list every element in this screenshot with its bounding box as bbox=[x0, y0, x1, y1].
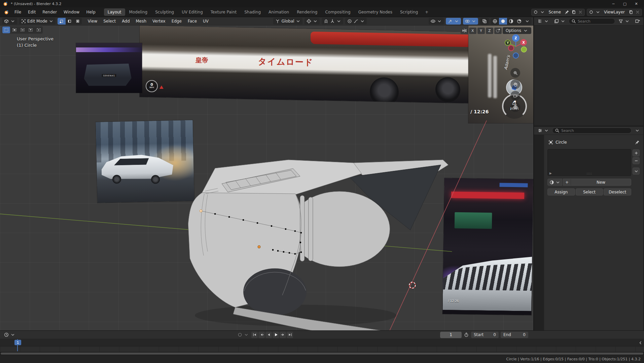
workspace-tab-rendering[interactable]: Rendering bbox=[293, 8, 321, 16]
navigation-gizmo[interactable]: Z X Y bbox=[503, 34, 528, 60]
timeline-scrollbar[interactable] bbox=[0, 352, 644, 355]
gizmo-z-axis[interactable]: Z bbox=[512, 34, 520, 42]
end-frame-field[interactable]: End0 bbox=[501, 332, 528, 338]
workspace-tab-animation[interactable]: Animation bbox=[265, 8, 293, 16]
assign-button[interactable]: Assign bbox=[547, 188, 575, 195]
stopwatch-icon[interactable] bbox=[464, 332, 469, 337]
gizmos-toggle[interactable] bbox=[446, 18, 461, 25]
viewport-menu-uv[interactable]: UV bbox=[200, 18, 211, 25]
outliner-options-button[interactable] bbox=[633, 18, 642, 25]
material-shading-button[interactable] bbox=[507, 18, 515, 25]
workspace-tab-scripting[interactable]: Scripting bbox=[396, 8, 422, 16]
viewport-menu-vertex[interactable]: Vertex bbox=[150, 18, 168, 25]
visibility-dropdown[interactable] bbox=[429, 18, 444, 25]
properties-search-input[interactable] bbox=[561, 129, 629, 133]
deselect-button[interactable]: Deselect bbox=[604, 188, 631, 195]
outliner-search[interactable] bbox=[569, 18, 615, 24]
duplicate-icon[interactable] bbox=[628, 9, 634, 15]
menu-edit[interactable]: Edit bbox=[25, 9, 39, 15]
pivot-dropdown[interactable] bbox=[305, 18, 320, 25]
timeline-editor-type-button[interactable] bbox=[2, 331, 17, 338]
current-frame-badge[interactable]: 1 bbox=[14, 340, 21, 345]
add-slot-button[interactable] bbox=[633, 149, 640, 156]
prev-keyframe-button[interactable] bbox=[258, 332, 265, 338]
workspace-tab-uv-editing[interactable]: UV Editing bbox=[178, 8, 207, 16]
outliner-search-input[interactable] bbox=[578, 19, 613, 24]
vertex-select-button[interactable] bbox=[58, 18, 66, 25]
gizmo-x-axis[interactable]: X bbox=[520, 39, 527, 46]
start-frame-field[interactable]: Start0 bbox=[471, 332, 499, 338]
menu-file[interactable]: File bbox=[11, 9, 24, 15]
mirror-x-button[interactable]: X bbox=[469, 28, 476, 34]
outliner-editor-type-button[interactable] bbox=[536, 18, 551, 25]
wireframe-shading-button[interactable] bbox=[491, 18, 499, 25]
remove-icon[interactable] bbox=[635, 9, 640, 15]
viewport-menu-view[interactable]: View bbox=[85, 18, 100, 25]
menu-render[interactable]: Render bbox=[39, 9, 60, 15]
viewport-menu-select[interactable]: Select bbox=[101, 18, 118, 25]
remove-slot-button[interactable] bbox=[633, 157, 640, 164]
pin-icon[interactable] bbox=[564, 9, 570, 15]
pin-icon[interactable] bbox=[635, 140, 640, 145]
proportional-edit-toggle[interactable] bbox=[345, 18, 367, 25]
workspace-tab-layout[interactable]: Layout bbox=[104, 8, 125, 16]
select-invert-button[interactable] bbox=[27, 27, 34, 33]
jump-to-start-button[interactable] bbox=[251, 332, 258, 338]
pan-hand-button[interactable] bbox=[510, 79, 520, 89]
current-frame-field[interactable]: 1 bbox=[440, 332, 462, 338]
editor-type-button[interactable] bbox=[2, 18, 17, 25]
mirror-y-button[interactable]: Y bbox=[477, 28, 485, 34]
viewport-menu-add[interactable]: Add bbox=[119, 18, 132, 25]
outliner-display-mode[interactable] bbox=[552, 18, 567, 25]
expand-icon[interactable]: ▶ bbox=[549, 172, 552, 175]
mirror-icon[interactable] bbox=[461, 28, 468, 34]
resize-grip[interactable]: :::: bbox=[586, 172, 592, 175]
edge-select-button[interactable] bbox=[66, 18, 74, 25]
solid-shading-button[interactable] bbox=[499, 18, 507, 25]
workspace-tab-sculpting[interactable]: Sculpting bbox=[151, 8, 178, 16]
select-subtract-button[interactable] bbox=[19, 27, 26, 33]
viewport-3d[interactable]: 皇帝 タイムロード SERENAS Adam's 4 bbox=[0, 26, 533, 330]
viewlayer-selector[interactable]: ViewLayer bbox=[587, 9, 642, 16]
snap-dashed-icon[interactable] bbox=[494, 28, 502, 34]
timeline-ruler[interactable] bbox=[0, 339, 644, 347]
select-new-button[interactable] bbox=[2, 27, 10, 33]
menu-window[interactable]: Window bbox=[61, 9, 82, 15]
camera-view-button[interactable] bbox=[510, 91, 520, 101]
mode-dropdown[interactable]: Edit Mode bbox=[19, 18, 56, 25]
scene-selector[interactable]: Scene bbox=[531, 9, 585, 16]
properties-search[interactable] bbox=[552, 128, 632, 134]
duplicate-icon[interactable] bbox=[571, 9, 576, 15]
browse-material-button[interactable] bbox=[547, 179, 562, 186]
app-menu-icon[interactable] bbox=[2, 9, 11, 15]
face-select-button[interactable] bbox=[74, 18, 82, 25]
gizmo-neg-y-axis[interactable] bbox=[521, 46, 527, 52]
viewport-menu-face[interactable]: Face bbox=[185, 18, 200, 25]
auto-key-toggle[interactable] bbox=[236, 331, 251, 338]
outliner-filter-button[interactable] bbox=[616, 18, 632, 25]
menu-help[interactable]: Help bbox=[83, 9, 98, 15]
gizmo-y-axis[interactable]: Y bbox=[505, 40, 511, 46]
options-dropdown[interactable]: Options bbox=[503, 27, 531, 34]
workspace-tab-compositing[interactable]: Compositing bbox=[321, 8, 354, 16]
next-keyframe-button[interactable] bbox=[280, 332, 286, 338]
snap-toggle[interactable] bbox=[322, 18, 343, 25]
scrollbar-handle[interactable] bbox=[1, 353, 643, 355]
jump-to-end-button[interactable] bbox=[287, 332, 293, 338]
xray-toggle[interactable] bbox=[480, 18, 489, 25]
gizmo-neg-x-axis[interactable] bbox=[508, 45, 514, 51]
select-extend-button[interactable] bbox=[10, 27, 18, 33]
workspace-tab-shading[interactable]: Shading bbox=[241, 8, 264, 16]
viewport-menu-mesh[interactable]: Mesh bbox=[133, 18, 149, 25]
scene-canvas[interactable] bbox=[0, 26, 533, 330]
add-workspace-button[interactable]: + bbox=[422, 9, 431, 15]
play-button[interactable] bbox=[273, 332, 279, 338]
material-slot-list[interactable]: ▶ :::: bbox=[547, 149, 631, 176]
gizmo-neg-z-axis[interactable] bbox=[513, 52, 519, 59]
properties-editor-type-button[interactable] bbox=[536, 127, 551, 134]
select-button[interactable]: Select bbox=[576, 188, 603, 195]
viewport-menu-edge[interactable]: Edge bbox=[169, 18, 184, 25]
timeline-track[interactable] bbox=[0, 347, 644, 352]
workspace-tab-geometry-nodes[interactable]: Geometry Nodes bbox=[355, 8, 396, 16]
shading-dropdown[interactable] bbox=[523, 18, 531, 25]
